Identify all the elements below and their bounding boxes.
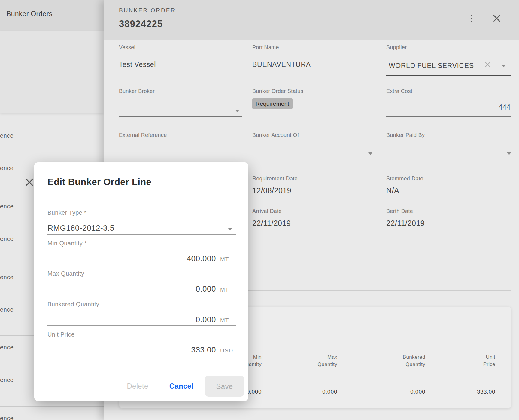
broker-underline[interactable] [119, 116, 242, 117]
max-quantity-unit: MT [216, 286, 236, 295]
extra-cost-underline [386, 116, 511, 117]
arrival-date-value: 22/11/2019 [252, 219, 291, 228]
requirement-date-value: 12/08/2019 [252, 186, 291, 195]
truncated-list-text: rence [0, 376, 14, 383]
truncated-list-text: ence [0, 344, 14, 351]
supplier-underline [386, 75, 511, 76]
vessel-label: Vessel [119, 44, 135, 51]
edit-bunker-order-line-modal: Edit Bunker Order Line Bunker Type * RMG… [34, 162, 248, 401]
vessel-underline [119, 74, 242, 74]
truncated-list-text: ence [0, 203, 14, 210]
orders-list-card [0, 31, 104, 112]
unit-price-label: Unit Price [47, 331, 75, 338]
paid-by-label: Bunker Paid By [386, 132, 425, 138]
order-status-label: Bunker Order Status [252, 88, 303, 94]
account-of-dropdown-icon[interactable] [368, 152, 372, 155]
panel-title: BUNKER ORDER [119, 7, 176, 14]
external-reference-label: External Reference [119, 132, 167, 138]
bunker-type-dropdown-icon[interactable] [228, 228, 232, 230]
unit-price-row: USD [47, 342, 236, 356]
line-unit-price[interactable]: 333.00 [444, 388, 495, 395]
bunkered-quantity-input[interactable] [47, 315, 216, 326]
max-quantity-input[interactable] [47, 284, 216, 295]
table-row-divider [119, 406, 510, 407]
more-options-icon[interactable] [465, 12, 478, 25]
external-reference-input[interactable] [119, 160, 242, 160]
unit-price-unit: USD [216, 347, 236, 356]
account-of-label: Bunker Account Of [252, 132, 299, 138]
line-max-quantity[interactable]: 0.000 [286, 388, 337, 395]
truncated-list-text: ence [0, 274, 14, 281]
extra-cost-label: Extra Cost [386, 88, 412, 94]
extra-cost-field[interactable]: 444 [386, 103, 511, 111]
vessel-field[interactable]: Test Vessel [119, 61, 156, 69]
save-button[interactable]: Save [205, 376, 244, 397]
cancel-button[interactable]: Cancel [163, 376, 199, 397]
stemmed-date-label: Stemmed Date [386, 176, 423, 182]
stemmed-date-value: N/A [386, 186, 399, 195]
berth-date-value: 22/11/2019 [386, 219, 425, 228]
bunker-broker-label: Bunker Broker [119, 88, 155, 94]
min-quantity-label: Min Quantity * [47, 240, 87, 247]
supplier-field[interactable]: WORLD FUEL SERVICES [389, 62, 474, 70]
account-of-underline [252, 160, 376, 160]
arrival-date-label: Arrival Date [252, 208, 282, 214]
bunker-type-select[interactable]: RMG180-2012-3.5 [47, 220, 236, 235]
port-underline [252, 74, 376, 74]
bunker-type-value: RMG180-2012-3.5 [47, 224, 228, 234]
bunkered-quantity-row: MT [47, 312, 236, 326]
modal-title: Edit Bunker Order Line [47, 177, 151, 188]
requirement-date-label: Requirement Date [252, 176, 298, 182]
supplier-dropdown-icon[interactable] [502, 65, 506, 67]
supplier-label: Supplier [386, 44, 407, 51]
min-quantity-row: MT [47, 251, 236, 265]
truncated-list-text: ence [0, 415, 14, 420]
orders-list-title: Bunker Orders [6, 10, 52, 18]
list-divider [0, 123, 104, 123]
max-quantity-label: Max Quantity [47, 270, 84, 277]
truncated-list-text: rence [0, 306, 14, 313]
truncated-list-text: rence [0, 236, 14, 242]
col-header-bunkered-quantity: Bunkered Quantity [374, 354, 425, 368]
line-bunkered-quantity[interactable]: 0.000 [374, 388, 425, 395]
berth-date-label: Berth Date [386, 208, 413, 214]
paid-by-dropdown-icon[interactable] [507, 152, 511, 155]
modal-close-icon[interactable] [23, 176, 36, 189]
min-quantity-input[interactable] [47, 254, 216, 265]
truncated-list-text: ence [0, 132, 14, 139]
close-panel-icon[interactable] [490, 12, 503, 25]
bunker-type-label: Bunker Type * [47, 209, 86, 216]
unit-price-input[interactable] [47, 345, 216, 356]
broker-dropdown-icon[interactable] [235, 110, 239, 112]
orders-list-header: Bunker Orders [0, 0, 104, 31]
supplier-clear-icon[interactable] [481, 58, 494, 71]
status-badge: Requirement [252, 98, 293, 109]
bunkered-quantity-label: Bunkered Quantity [47, 301, 99, 308]
order-number: 38924225 [119, 19, 163, 29]
max-quantity-row: MT [47, 281, 236, 296]
paid-by-underline [386, 160, 511, 160]
col-header-max-quantity: Max Quantity [286, 354, 337, 368]
bunker-order-header: BUNKER ORDER 38924225 [104, 0, 519, 40]
bunkered-quantity-unit: MT [216, 317, 236, 326]
min-quantity-unit: MT [216, 256, 236, 265]
delete-button[interactable]: Delete [120, 376, 156, 397]
port-name-label: Port Name [252, 44, 279, 51]
truncated-list-text: rence [0, 165, 14, 172]
list-divider [0, 406, 104, 406]
port-name-field[interactable]: BUENAVENTURA [252, 61, 311, 69]
col-header-unit-price: Unit Price [444, 354, 495, 368]
